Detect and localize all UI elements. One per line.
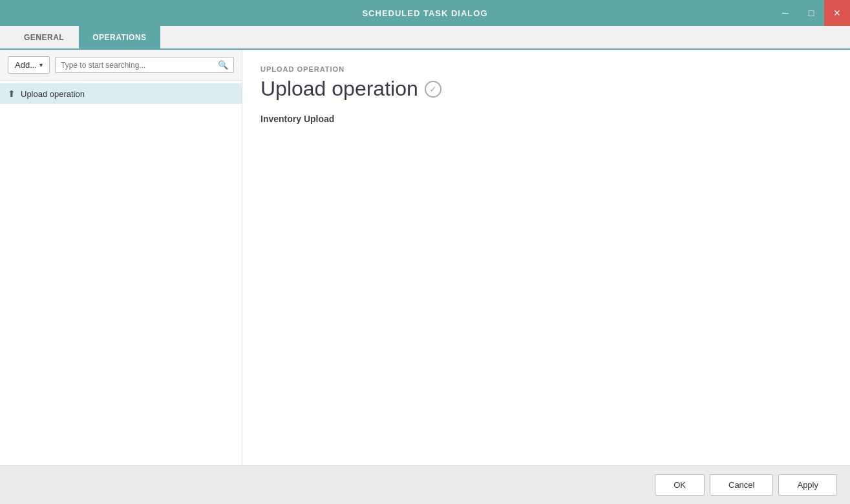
left-panel: Add... ▾ 🔍 ⬆ Upload operation	[0, 50, 242, 465]
minimize-button[interactable]: ─	[772, 0, 798, 26]
add-label: Add...	[15, 60, 37, 70]
search-input[interactable]	[61, 61, 218, 70]
search-box: 🔍	[55, 57, 234, 73]
maximize-button[interactable]: □	[798, 0, 824, 26]
operation-item-label: Upload operation	[21, 89, 85, 99]
dialog-title: SCHEDULED TASK DIALOG	[362, 8, 487, 18]
tab-operations[interactable]: OPERATIONS	[79, 26, 160, 48]
ok-button[interactable]: OK	[655, 474, 705, 496]
checkmark-icon: ✓	[425, 81, 441, 98]
title-bar: SCHEDULED TASK DIALOG ─ □ ✕	[0, 0, 850, 26]
list-item[interactable]: ⬆ Upload operation	[0, 83, 242, 104]
chevron-down-icon: ▾	[39, 61, 43, 68]
content-area: Add... ▾ 🔍 ⬆ Upload operation UPLOAD OPE…	[0, 50, 850, 465]
tab-bar: GENERAL OPERATIONS	[0, 26, 850, 50]
detail-label: Inventory Upload	[260, 114, 832, 124]
apply-button[interactable]: Apply	[778, 474, 837, 496]
add-button[interactable]: Add... ▾	[8, 56, 50, 74]
search-icon: 🔍	[218, 60, 228, 70]
cancel-button[interactable]: Cancel	[710, 474, 773, 496]
tab-general[interactable]: GENERAL	[10, 26, 78, 48]
close-button[interactable]: ✕	[824, 0, 850, 26]
section-label: UPLOAD OPERATION	[260, 65, 832, 73]
title-text: Upload operation	[260, 77, 418, 101]
title-bar-controls: ─ □ ✕	[772, 0, 850, 26]
footer: OK Cancel Apply	[0, 465, 850, 504]
toolbar: Add... ▾ 🔍	[0, 50, 242, 81]
right-panel: UPLOAD OPERATION Upload operation ✓ Inve…	[242, 50, 850, 465]
operations-list: ⬆ Upload operation	[0, 81, 242, 465]
section-title: Upload operation ✓	[260, 77, 832, 101]
scheduled-task-dialog: SCHEDULED TASK DIALOG ─ □ ✕ GENERAL OPER…	[0, 0, 850, 504]
upload-icon: ⬆	[8, 89, 16, 99]
